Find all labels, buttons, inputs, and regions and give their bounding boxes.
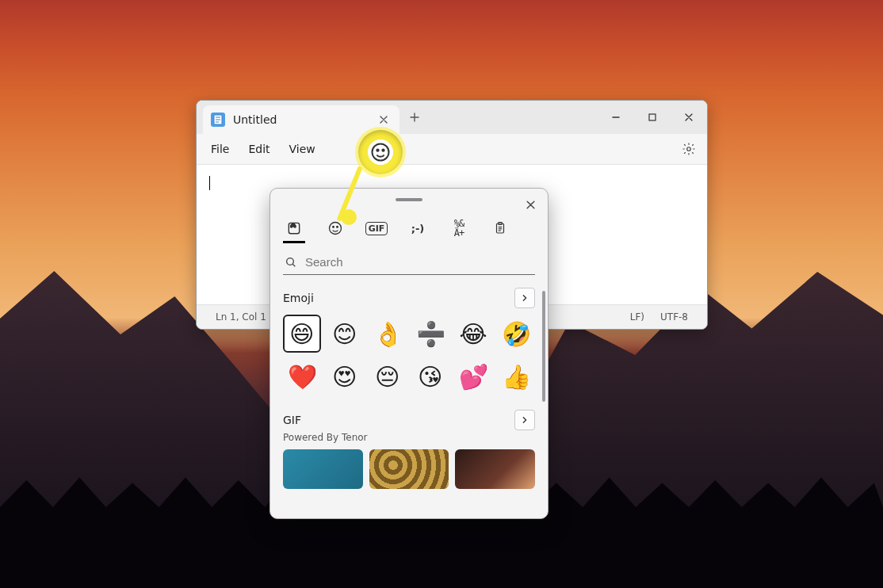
text-caret: [209, 176, 210, 190]
tab-title: Untitled: [233, 113, 277, 126]
tab-recent[interactable]: [283, 216, 305, 243]
emoji-cell[interactable]: 🤣: [497, 315, 535, 353]
section-heading-emoji: Emoji: [283, 292, 314, 304]
panel-scroll-area[interactable]: Emoji 😄😊👌➗😂🤣❤️😍😔😘💕👍 GIF Powered By Tenor: [270, 280, 548, 518]
menu-view[interactable]: View: [280, 138, 325, 160]
emoji-cell[interactable]: ❤️: [283, 357, 321, 395]
drag-handle-icon: [396, 198, 422, 201]
tab-gif[interactable]: GIF: [365, 216, 388, 243]
emoji-cell[interactable]: 😘: [411, 357, 449, 395]
smiley-icon: [369, 141, 392, 163]
notepad-icon: [211, 113, 225, 127]
emoji-grid: 😄😊👌➗😂🤣❤️😍😔😘💕👍: [283, 315, 535, 395]
menu-edit[interactable]: Edit: [239, 138, 279, 160]
svg-point-20: [377, 150, 378, 151]
gif-icon: GIF: [365, 222, 388, 235]
titlebar[interactable]: Untitled: [197, 101, 707, 134]
svg-rect-6: [649, 114, 656, 120]
emoji-picker-panel: GIF ;-) %&Ä+: [269, 188, 549, 519]
minimize-button[interactable]: [598, 101, 634, 134]
settings-button[interactable]: [675, 136, 702, 162]
category-tabs: GIF ;-) %&Ä+: [270, 211, 548, 243]
search-row: [270, 243, 548, 280]
emoji-cell[interactable]: 😔: [369, 357, 407, 395]
tab-symbols[interactable]: %&Ä+: [448, 216, 470, 243]
panel-drag-row[interactable]: [270, 189, 548, 211]
gif-thumbnail[interactable]: [369, 449, 449, 489]
menu-file[interactable]: File: [201, 138, 239, 160]
gif-thumbnail[interactable]: [283, 449, 363, 489]
emoji-cell[interactable]: 😍: [326, 357, 364, 395]
svg-point-9: [330, 223, 342, 235]
maximize-button[interactable]: [634, 101, 671, 134]
emoji-cell[interactable]: 😊: [326, 315, 364, 353]
menubar: File Edit View: [197, 134, 707, 165]
search-box[interactable]: [283, 251, 535, 275]
scrollbar-thumb[interactable]: [542, 291, 545, 402]
section-heading-gif: GIF: [283, 414, 301, 426]
emoji-cell[interactable]: 💕: [454, 357, 492, 395]
gif-subtitle: Powered By Tenor: [283, 432, 535, 443]
status-lncol: Ln 1, Col 1: [208, 311, 274, 323]
search-input[interactable]: [304, 254, 533, 269]
document-tab[interactable]: Untitled: [203, 105, 399, 134]
emoji-cell[interactable]: 👍: [497, 357, 535, 395]
panel-close-button[interactable]: [519, 193, 541, 216]
close-button[interactable]: [671, 101, 707, 134]
svg-point-21: [382, 150, 384, 151]
emoji-cell[interactable]: 😄: [283, 315, 321, 353]
search-icon: [285, 256, 297, 269]
emoji-cell[interactable]: 😂: [454, 315, 492, 353]
emoji-cell[interactable]: 👌: [369, 315, 407, 353]
expand-emoji-button[interactable]: [514, 288, 535, 308]
caption-buttons: [598, 101, 707, 134]
svg-point-19: [373, 144, 389, 161]
svg-point-10: [333, 227, 334, 228]
svg-line-18: [292, 264, 295, 266]
status-line-ending: LF): [622, 311, 652, 323]
svg-point-7: [687, 147, 691, 151]
svg-point-17: [287, 258, 294, 265]
tab-close-button[interactable]: [374, 110, 393, 129]
new-tab-button[interactable]: [399, 101, 430, 134]
tab-clipboard[interactable]: [489, 216, 511, 243]
callout-highlight-circle: [358, 130, 403, 174]
callout-endpoint: [341, 209, 357, 225]
gif-thumbnail[interactable]: [455, 449, 535, 489]
status-encoding: UTF-8: [652, 311, 696, 323]
tab-kaomoji[interactable]: ;-): [407, 216, 429, 243]
desktop-wallpaper: Untitled File Edi: [0, 0, 883, 588]
expand-gif-button[interactable]: [514, 410, 535, 430]
symbols-icon: %&Ä+: [454, 219, 464, 238]
svg-point-11: [337, 227, 338, 228]
emoji-cell[interactable]: ➗: [411, 315, 449, 353]
gif-thumbnails-row: [283, 449, 535, 489]
kaomoji-icon: ;-): [411, 223, 425, 235]
